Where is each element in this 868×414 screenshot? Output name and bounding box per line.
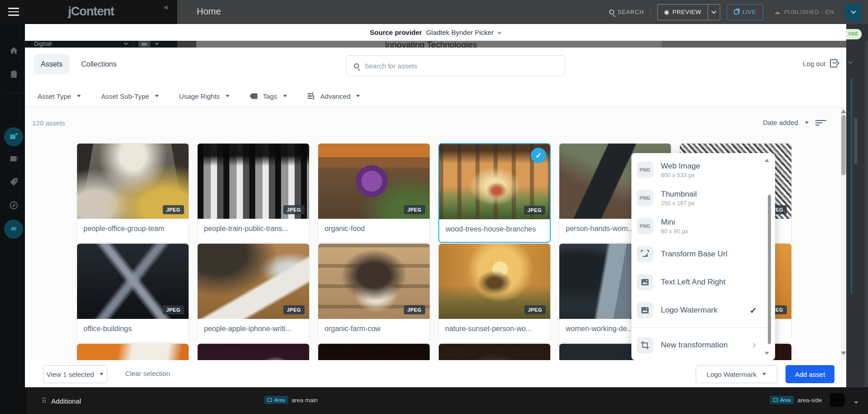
asset-card[interactable]: JPEGnature-sunset-person-wo... [438,243,551,343]
page-scrollbar-track[interactable] [865,41,868,414]
preview-button[interactable]: ◉PREVIEW [657,4,720,20]
hamburger-menu-icon[interactable] [8,8,19,16]
tab-collections[interactable]: Collections [81,54,116,74]
live-button[interactable]: LIVE [727,4,763,20]
chevron-down-icon [805,121,809,124]
asset-thumbnail: JPEG [198,244,309,319]
menu-scrollbar-thumb[interactable] [768,195,771,344]
background-page-footer: ⠿ Additional Areaarea mainAreaarea-side [0,387,868,414]
menu-item-logo-watermark[interactable]: Logo Watermark✓ [631,296,775,324]
asset-search-input[interactable] [364,62,558,70]
asset-card[interactable]: JPEGpeople-train-public-trans... [197,143,310,243]
chevron-down-icon [124,41,128,45]
asset-thumbnail: JPEG [77,244,189,319]
tab-assets[interactable]: Assets [34,54,69,74]
publish-menu-button[interactable] [845,4,862,21]
transformation-menu: PNGWeb Image800 x 533 pxPNGThumbnail250 … [631,153,775,360]
menu-item-transform-base-url[interactable]: Transform Base Url [631,240,775,268]
filetype-badge: JPEG [283,205,305,214]
source-provider-bar: Source provider Gladtek Bynder Picker [25,24,846,41]
collapsed-button[interactable] [830,393,844,407]
asset-count: 120 assets [32,119,65,127]
eye-icon: ◉ [664,9,669,15]
sliders-icon [307,93,315,99]
chevron-down-icon[interactable] [849,57,852,65]
transformation-select-button[interactable]: Logo Watermark [696,365,777,383]
filter-asset-sub-type[interactable]: Asset Sub-Type [101,92,159,100]
sidebar-item-content-editor-icon[interactable] [4,127,23,146]
sidebar-item-home-icon[interactable] [8,45,19,57]
sidebar-item-workflow-icon[interactable] [4,220,23,239]
asset-search-box[interactable] [346,55,565,76]
filter-advanced[interactable]: Advanced [307,92,361,100]
site-selector[interactable]: Digitall | en [34,41,159,47]
asset-name: organic-food [318,219,430,239]
filter-usage-rights[interactable]: Usage Rights [179,92,230,100]
area-name: area main [291,397,318,404]
menu-item-thumbnail[interactable]: PNGThumbnail250 x 167 px [631,184,775,212]
scroll-up-icon[interactable] [841,110,846,113]
asset-card[interactable]: JPEGpeople-apple-iphone-writi... [197,243,310,343]
language-selector[interactable]: en [138,41,150,47]
check-icon: ✓ [750,305,757,316]
source-provider-value[interactable]: Gladtek Bynder Picker [426,29,494,36]
filetype-chip: PNG [637,162,653,178]
divider [650,6,651,18]
sidebar-item-compass-icon[interactable] [8,199,19,211]
sort-order-icon[interactable] [815,120,827,126]
filter-asset-type[interactable]: Asset Type [38,92,81,100]
asset-card[interactable]: JPEG✓wood-trees-house-branches [438,143,551,243]
asset-card[interactable]: JPEGorganic-food [318,143,430,243]
left-sidebar: ⚙ [0,24,27,414]
sidebar-item-modules-icon[interactable] [8,153,19,164]
clear-selection-button[interactable]: Clear selection [125,370,170,377]
asset-thumbnail: JPEG [77,144,189,219]
view-selected-button[interactable]: View 1 selected [43,365,107,383]
add-asset-button[interactable]: Add asset [786,365,834,383]
asset-name: organic-farm-cow [318,319,430,339]
filetype-badge: JPEG [404,205,425,214]
preview-dropdown-toggle[interactable] [708,5,720,20]
additional-section-label: ⠿ Additional [42,397,81,405]
modal-scrollbar-thumb[interactable] [841,115,846,175]
page-scrollbar-thumb[interactable] [854,118,858,164]
asset-name: people-train-public-trans... [198,219,309,239]
sort-dropdown[interactable]: Date added [763,119,827,126]
menu-item-new-transformation[interactable]: New transformation [631,331,775,359]
menu-item-web-image[interactable]: PNGWeb Image800 x 533 px [631,156,775,184]
scroll-down-icon[interactable] [854,398,858,406]
asset-card[interactable]: JPEGoffice-buildings [77,243,189,343]
asset-name: office-buildings [77,319,189,339]
chevron-down-icon [851,9,856,14]
sidebar-item-tasks-icon[interactable] [8,68,19,80]
image-icon [773,398,778,402]
filetype-badge: JPEG [163,205,184,214]
search-button[interactable]: SEARCH [609,9,644,15]
filter-tags[interactable]: Tags [250,92,287,100]
search-icon [609,10,614,14]
filetype-badge: JPEG [524,305,546,314]
logout-button[interactable]: Log out [803,59,838,67]
collapse-sidebar-icon[interactable]: « [164,3,168,12]
asset-thumbnail: JPEG [318,244,430,319]
asset-name: people-office-group-team [77,219,189,239]
chevron-down-icon [155,41,159,45]
page-title: Home [197,6,221,17]
chevron-down-icon [77,95,81,97]
menu-scroll-down-icon[interactable] [765,352,769,355]
filetype-badge: JPEG [524,206,545,215]
published-button[interactable]: ☁ PUBLISHED - EN [770,9,839,15]
top-bar: jContent « Home SEARCH ◉PREVIEW LIVE ☁ P… [0,0,868,24]
filetype-badge: JPEG [404,305,425,314]
chevron-down-icon [155,95,159,97]
scroll-down-icon[interactable] [841,351,846,355]
status-badge: ned [846,29,862,39]
asset-card[interactable]: JPEGorganic-farm-cow [318,243,430,343]
menu-item-text-left-and-right[interactable]: Text Left And Right [631,268,775,296]
asset-card[interactable]: JPEGpeople-office-group-team [77,143,189,243]
sidebar-item-tags-icon[interactable] [8,176,19,188]
image-icon [637,274,653,290]
chevron-down-icon [498,30,502,34]
asset-name: nature-sunset-person-wo... [439,319,550,339]
menu-item-mini[interactable]: PNGMini80 x 80 px [631,212,775,240]
